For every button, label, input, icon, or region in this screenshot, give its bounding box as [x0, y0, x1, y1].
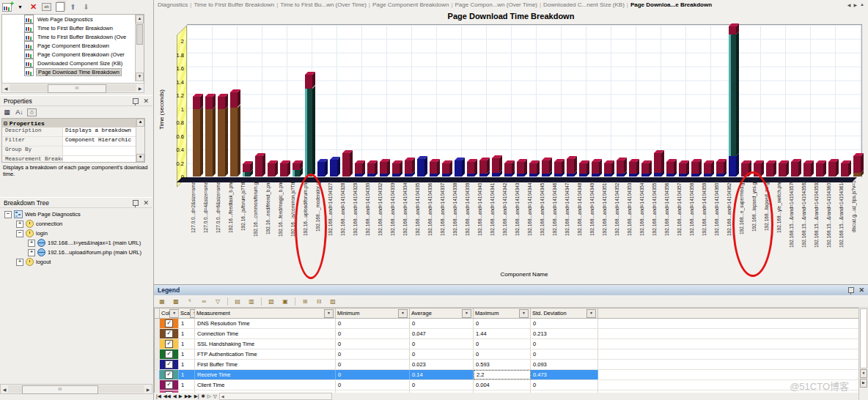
session-tree-item[interactable]: Web Page Diagnostics: [2, 15, 144, 23]
nav-next-icon[interactable]: ▶: [179, 393, 183, 399]
pin-icon[interactable]: [848, 287, 854, 293]
session-tree-item[interactable]: Downloaded Component Size (KB): [2, 59, 144, 67]
collapse-group-icon[interactable]: ⊟: [4, 120, 7, 127]
export-icon[interactable]: ▤: [232, 296, 243, 306]
column-filter-dropdown-icon[interactable]: ▼: [586, 309, 596, 318]
tree-expander-icon[interactable]: +: [16, 259, 23, 266]
properties-grid-scrollbar[interactable]: ▲ ▼: [136, 119, 144, 162]
show-ids-icon[interactable]: ⁶: [184, 296, 196, 306]
close-icon[interactable]: ✕: [143, 98, 149, 104]
scale-settings-icon[interactable]: ▩: [170, 296, 182, 306]
apply-template-icon[interactable]: ⊟: [313, 296, 325, 306]
tree-expander-icon[interactable]: +: [28, 240, 35, 247]
tab-7[interactable]: Page Downloa...e Breakdown: [629, 1, 713, 8]
close-icon[interactable]: ✕: [858, 287, 864, 293]
delete-graph-icon[interactable]: ✕: [29, 3, 38, 12]
add-template-icon[interactable]: ⊞: [299, 296, 311, 306]
legend-column-header-minimum[interactable]: Minimum▼: [336, 308, 410, 318]
left-panel-hscrollbar[interactable]: ◀III▶: [0, 384, 152, 394]
legend-column-header-std-deviation[interactable]: Std. Deviation▼: [531, 308, 598, 318]
property-row[interactable]: FilterComponent Hierarchic: [2, 137, 144, 147]
tree-expander-icon[interactable]: −: [16, 230, 23, 237]
pin-icon[interactable]: [133, 98, 139, 104]
tab-5[interactable]: Page Compon...wn (Over Time): [454, 1, 539, 8]
property-row[interactable]: Group By: [2, 147, 144, 156]
session-tree-hscrollbar[interactable]: ◀III▶: [1, 83, 144, 93]
breakdown-tree-node[interactable]: −login: [1, 229, 151, 238]
legend-row[interactable]: ✓1SSL Handshaking Time0000: [155, 339, 858, 349]
tab-scroll-left-icon[interactable]: ◀: [847, 2, 851, 7]
legend-column-header-sca[interactable]: Sca▼: [179, 308, 195, 318]
nav-new-row-icon[interactable]: ✱: [201, 393, 205, 399]
breakdown-tree-node[interactable]: +192.168....t=yes&inajax=1 (main URL): [1, 238, 151, 248]
tree-expander-icon[interactable]: +: [16, 221, 23, 228]
move-down-icon[interactable]: ⬇: [81, 3, 91, 12]
close-icon[interactable]: ✕: [143, 200, 149, 206]
nav-prev-group-icon[interactable]: ◀◀: [163, 393, 171, 399]
session-tree-vscrollbar[interactable]: ▲ ▼: [135, 15, 144, 81]
breakdown-tree-node[interactable]: +192.16...upload/forum.php (main URL): [1, 248, 151, 257]
configure-measurements-icon[interactable]: ▦: [156, 296, 168, 306]
measurement-checkbox[interactable]: ✓: [165, 360, 173, 368]
view-measurement-icon[interactable]: ∞: [198, 296, 210, 306]
column-filter-dropdown-icon[interactable]: ▼: [462, 309, 471, 318]
legend-column-header-maximum[interactable]: Maximum▼: [474, 308, 531, 318]
session-tree-item[interactable]: Page Download Time Breakdown: [2, 67, 144, 76]
tab-scroll-right-icon[interactable]: ▶: [853, 2, 857, 7]
session-tree-item[interactable]: Page Component Breakdown (Over: [2, 50, 144, 59]
duplicate-graph-icon[interactable]: [55, 3, 65, 12]
property-row[interactable]: Measurement Breakd: [2, 156, 144, 163]
nav-first-icon[interactable]: |◀: [156, 393, 161, 399]
measurement-checkbox[interactable]: ✓: [165, 340, 173, 348]
measurement-checkbox[interactable]: ✓: [165, 371, 173, 379]
legend-column-header-col[interactable]: Col▼: [160, 308, 179, 318]
column-filter-dropdown-icon[interactable]: ▼: [169, 309, 179, 318]
legend-vscrollbar[interactable]: ▼▶: [858, 308, 868, 400]
measurement-checkbox[interactable]: ✓: [165, 381, 173, 389]
legend-column-header-average[interactable]: Average▼: [410, 308, 474, 318]
measurement-checkbox[interactable]: ✓: [165, 350, 173, 358]
breakdown-tree-node[interactable]: +logout: [1, 257, 151, 267]
pin-icon[interactable]: [133, 200, 139, 206]
legend-hscrollbar[interactable]: ◀: [219, 393, 332, 400]
legend-row[interactable]: ✓1Client Time000.0040: [155, 380, 858, 390]
legend-row[interactable]: ✓1Connection Time00.0471.440.213: [155, 329, 858, 339]
categorized-icon[interactable]: ▦: [2, 108, 12, 116]
column-filter-dropdown-icon[interactable]: ▼: [398, 309, 408, 318]
legend-row[interactable]: ✓1FTP Authentication Time0000: [155, 349, 858, 360]
duplicate-icon[interactable]: ▥: [246, 296, 257, 306]
property-row[interactable]: DescriptionDisplays a breakdown: [2, 127, 144, 137]
add-graph-icon[interactable]: [2, 3, 12, 12]
graph-menu-dropdown-icon[interactable]: ▼: [15, 3, 25, 12]
column-filter-dropdown-icon[interactable]: ▼: [324, 309, 334, 318]
session-tree-item[interactable]: Time to First Buffer Breakdown: [2, 23, 144, 32]
nav-go-icon[interactable]: ▷: [207, 393, 211, 399]
property-pages-icon[interactable]: ⎙: [27, 108, 37, 116]
tree-expander-icon[interactable]: −: [4, 211, 12, 218]
measurement-checkbox[interactable]: ✓: [165, 330, 173, 338]
column-chooser-icon[interactable]: ▣: [279, 296, 291, 306]
graph-settings-icon[interactable]: ▧: [265, 296, 277, 306]
nav-next-group-icon[interactable]: ▶▶: [185, 393, 192, 399]
nav-filter-row-icon[interactable]: ▽: [213, 393, 217, 399]
legend-row[interactable]: ✓1Receive Time00.142.20.473: [155, 370, 858, 380]
tab-2[interactable]: Time to First Buffer Breakdown: [192, 1, 276, 8]
legend-row[interactable]: ✓1First Buffer Time00.0230.5930.093: [155, 360, 858, 370]
tree-expander-icon[interactable]: +: [28, 249, 35, 256]
breakdown-tree-node[interactable]: −Web Page Diagnostics: [1, 210, 151, 219]
tab-4[interactable]: Page Component Breakdown: [371, 1, 451, 8]
alphabetical-sort-icon[interactable]: A↓: [15, 108, 24, 116]
tab-collapse-icon[interactable]: ▲: [860, 2, 864, 7]
nav-last-icon[interactable]: ▶|: [194, 393, 199, 399]
tab-6[interactable]: Downloaded C...nent Size (KB): [542, 1, 626, 8]
legend-column-header-measurement[interactable]: Measurement▼: [195, 308, 336, 318]
tab-3[interactable]: Time to First Bu...wn (Over Time): [279, 1, 368, 8]
properties-group-header[interactable]: ⊟ Properties: [2, 119, 144, 127]
tab-1[interactable]: Diagnostics: [156, 1, 189, 8]
column-filter-dropdown-icon[interactable]: ▼: [519, 309, 529, 318]
rename-graph-icon[interactable]: ab: [42, 3, 51, 12]
session-tree-item[interactable]: Page Component Breakdown: [2, 41, 144, 50]
measurement-checkbox[interactable]: ✓: [165, 319, 173, 327]
session-tree-item[interactable]: Time to First Buffer Breakdown (Ove: [2, 32, 144, 41]
filter-icon[interactable]: ▽: [212, 296, 224, 306]
